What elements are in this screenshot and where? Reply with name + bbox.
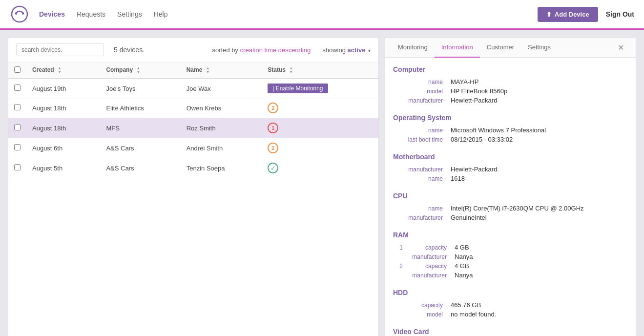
status-circle-orange: 2 [268, 103, 278, 113]
sign-out-link[interactable]: Sign Out [606, 10, 634, 18]
device-count: 5 devices. [114, 46, 145, 54]
col-name[interactable]: Name ▲▼ [181, 63, 262, 79]
hdd-capacity-value: 465.76 GB [451, 301, 481, 309]
hdd-section: HDD capacity 465.76 GB model no model fo… [393, 289, 628, 319]
row-checkbox[interactable] [14, 164, 21, 170]
videocard-section: Video Card name Radeon HD 6470M [393, 328, 628, 336]
os-name-value: Microsoft Windows 7 Professional [451, 126, 546, 134]
add-device-label: Add Device [555, 11, 589, 18]
ram-title: RAM [393, 231, 628, 239]
row-checkbox[interactable] [14, 124, 21, 130]
hdd-capacity-row: capacity 465.76 GB [393, 300, 628, 310]
computer-model-value: HP EliteBook 8560p [451, 87, 507, 95]
table-row[interactable]: August 18th MFS Roz Smith 1 [8, 118, 378, 138]
hdd-model-row: model no model found. [393, 310, 628, 319]
computer-section: Computer name MAYA-HP model HP EliteBook… [393, 65, 628, 105]
panel-content: Computer name MAYA-HP model HP EliteBook… [385, 58, 636, 336]
table-row[interactable]: August 19th Joe's Toys Joe Wax | Enable … [8, 79, 378, 98]
tab-settings[interactable]: Settings [521, 38, 558, 58]
row-status[interactable]: | Enable Monitoring [262, 79, 378, 98]
os-name-row: name Microsoft Windows 7 Professional [393, 126, 628, 135]
os-boot-row: last boot time 08/12/2015 - 03:33:02 [393, 135, 628, 144]
select-all-checkbox[interactable] [14, 66, 21, 73]
sort-info: sorted by creation time descending [212, 46, 311, 54]
row-company: Joe's Toys [100, 79, 180, 98]
table-row[interactable]: August 18th Elite Athletics Owen Krebs 2 [8, 98, 378, 118]
showing-label: showing [322, 46, 346, 54]
search-input[interactable] [16, 43, 104, 56]
motherboard-title: Motherboard [393, 153, 628, 161]
col-created[interactable]: Created ▲▼ [26, 63, 100, 79]
sorted-by-value: creation time descending [240, 46, 311, 54]
row-checkbox[interactable] [14, 104, 21, 110]
row-company: MFS [100, 118, 180, 138]
ram-slot2-manufacturer-value: Nanya [455, 272, 473, 279]
ram-slot1-index: 1 [393, 244, 403, 251]
table-row[interactable]: August 5th A&S Cars Tenzin Soepa ✓ [8, 158, 378, 178]
tab-information[interactable]: Information [435, 38, 480, 58]
add-device-button[interactable]: ⬆ Add Device [538, 7, 598, 22]
computer-manufacturer-row: manufacturer Hewlett-Packard [393, 96, 628, 105]
col-created-label: Created [32, 66, 54, 73]
svg-point-0 [12, 6, 27, 22]
mb-manufacturer-value: Hewlett-Packard [451, 166, 497, 173]
close-button[interactable]: ✕ [612, 39, 630, 56]
mb-name-row: name 1618 [393, 174, 628, 183]
table-row[interactable]: August 6th A&S Cars Andrei Smith 2 [8, 138, 378, 158]
col-status-label: Status [268, 66, 286, 73]
cpu-section: CPU name Intel(R) Core(TM) i7-2630QM CPU… [393, 192, 628, 222]
tab-monitoring[interactable]: Monitoring [391, 38, 435, 58]
computer-manufacturer-label: manufacturer [393, 97, 447, 104]
top-navigation: Devices Requests Settings Help ⬆ Add Dev… [0, 0, 644, 29]
tab-customer[interactable]: Customer [480, 38, 521, 58]
sort-arrows-status: ▲▼ [289, 66, 293, 74]
detail-panel: Monitoring Information Customer Settings… [385, 37, 636, 336]
hdd-title: HDD [393, 289, 628, 296]
sort-arrows-name: ▲▼ [206, 66, 210, 74]
nav-right: ⬆ Add Device Sign Out [538, 7, 634, 22]
devices-list-panel: 5 devices. sorted by creation time desce… [8, 37, 379, 336]
nav-devices[interactable]: Devices [39, 10, 65, 18]
computer-title: Computer [393, 65, 628, 73]
cpu-name-label: name [393, 205, 447, 212]
nav-settings[interactable]: Settings [117, 10, 142, 18]
status-circle-orange: 2 [268, 143, 278, 153]
chevron-down-icon[interactable]: ▾ [368, 48, 371, 53]
hdd-model-value: no model found. [451, 311, 496, 318]
videocard-title: Video Card [393, 328, 628, 336]
cpu-manufacturer-row: manufacturer GenuineIntel [393, 213, 628, 222]
showing-value: active [348, 46, 366, 54]
show-info: showing active ▾ [322, 46, 371, 54]
col-status[interactable]: Status ▲▼ [262, 63, 378, 79]
ram-slot2-capacity-label: capacity [407, 263, 451, 270]
computer-name-row: name MAYA-HP [393, 77, 628, 86]
motherboard-section: Motherboard manufacturer Hewlett-Packard… [393, 153, 628, 183]
computer-model-label: model [393, 88, 447, 95]
row-name: Joe Wax [181, 79, 262, 98]
row-created: August 6th [26, 138, 100, 158]
panel-tabs: Monitoring Information Customer Settings… [385, 38, 636, 58]
cpu-name-value: Intel(R) Core(TM) i7-2630QM CPU @ 2.00GH… [451, 205, 584, 212]
nav-requests[interactable]: Requests [77, 10, 105, 18]
row-name: Tenzin Soepa [181, 158, 262, 178]
svg-point-1 [15, 13, 17, 15]
status-circle-red: 1 [268, 123, 278, 133]
row-created: August 18th [26, 118, 100, 138]
enable-monitoring-btn[interactable]: | Enable Monitoring [268, 84, 328, 93]
row-checkbox[interactable] [14, 84, 21, 91]
ram-slot1-capacity-row: 1 capacity 4 GB [393, 243, 628, 252]
ram-slot1-capacity-label: capacity [407, 244, 451, 251]
sort-arrows-company: ▲▼ [136, 66, 140, 74]
row-checkbox[interactable] [14, 144, 21, 150]
col-company-label: Company [106, 66, 133, 73]
ram-slot2-manufacturer-row: manufacturer Nanya [393, 271, 628, 280]
nav-help[interactable]: Help [154, 10, 168, 18]
status-check-green: ✓ [268, 163, 278, 173]
list-header: 5 devices. sorted by creation time desce… [8, 38, 378, 63]
cpu-title: CPU [393, 192, 628, 200]
computer-model-row: model HP EliteBook 8560p [393, 86, 628, 96]
col-name-label: Name [187, 66, 203, 73]
row-created: August 18th [26, 98, 100, 118]
col-company[interactable]: Company ▲▼ [100, 63, 180, 79]
mb-manufacturer-label: manufacturer [393, 166, 447, 173]
